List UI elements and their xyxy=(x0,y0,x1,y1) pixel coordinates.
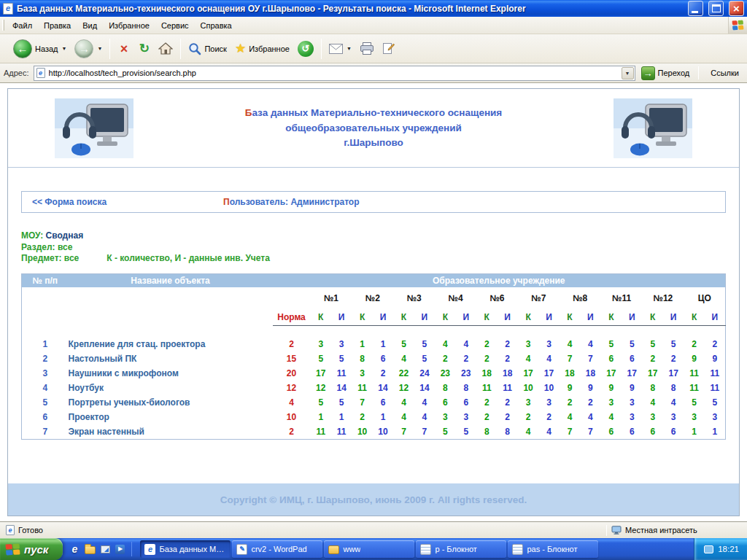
history-button[interactable]: ↺ xyxy=(294,39,317,59)
menu-bar: ФайлПравкаВидИзбранноеСервисСправка xyxy=(0,17,747,34)
address-input[interactable]: e http://localhost/tech_provision/search… xyxy=(34,66,635,81)
ie-window: e База данных Материально-технического о… xyxy=(0,0,747,560)
page-title: База данных Материально-технического осн… xyxy=(245,106,503,152)
k-value: 12 xyxy=(311,381,331,395)
print-button[interactable] xyxy=(356,40,378,57)
history-icon: ↺ xyxy=(298,41,314,57)
address-dropdown-button[interactable]: ▼ xyxy=(622,67,634,79)
back-button[interactable]: ← Назад ▼ xyxy=(9,37,70,61)
address-bar: Адрес: e http://localhost/tech_provision… xyxy=(0,63,747,83)
search-form-link[interactable]: << Форма поиска xyxy=(32,197,223,207)
back-label: Назад xyxy=(35,44,58,53)
minimize-button[interactable] xyxy=(688,1,703,16)
i-value: 6 xyxy=(456,395,476,410)
k-value: 18 xyxy=(476,366,497,381)
k-value: 5 xyxy=(643,337,663,351)
start-button[interactable]: пуск xyxy=(0,538,63,560)
start-label: пуск xyxy=(24,543,48,556)
forward-button[interactable]: → ▼ xyxy=(71,37,106,61)
results-body: 1Крепление для стац. проектора2331155442… xyxy=(22,337,726,439)
folder-icon xyxy=(328,545,339,554)
quicklaunch-ie-icon[interactable]: e xyxy=(69,543,80,555)
taskbar-task-button[interactable]: eБаза данных Ма... xyxy=(140,540,231,558)
i-value: 3 xyxy=(331,337,352,351)
i-value: 2 xyxy=(538,410,559,424)
i-value: 11 xyxy=(331,424,352,439)
mail-button[interactable]: ▼ xyxy=(325,42,355,56)
i-value: 17 xyxy=(538,366,559,381)
back-dropdown-icon[interactable]: ▼ xyxy=(62,46,67,51)
k-value: 9 xyxy=(684,351,704,366)
zone-text: Местная интрасеть xyxy=(625,526,697,534)
stop-button[interactable]: × xyxy=(114,41,133,57)
k-value: 22 xyxy=(393,366,414,381)
k-value: 3 xyxy=(518,395,538,410)
links-label[interactable]: Ссылки xyxy=(706,69,743,77)
i-value: 5 xyxy=(331,395,352,410)
table-row: 3Наушники с микрофоном201711322224232318… xyxy=(22,366,726,381)
i-value: 5 xyxy=(705,395,726,410)
i-value: 17 xyxy=(663,366,684,381)
k-header: К xyxy=(601,309,622,325)
taskbar-task-button[interactable]: p - Блокнот xyxy=(416,540,506,558)
object-name: Портреты ученых-биологов xyxy=(69,395,273,410)
school-header: ЦО xyxy=(684,287,725,309)
task-label: www xyxy=(343,545,360,553)
mail-dropdown-icon[interactable]: ▼ xyxy=(347,46,352,51)
school-header-row: №1№2№3№4№6№7№8№11№12ЦО xyxy=(22,287,726,309)
k-value: 2 xyxy=(476,351,497,366)
windows-flag-icon xyxy=(732,20,744,30)
menu-item[interactable]: Вид xyxy=(77,18,103,33)
taskbar: пуск e ▶ eБаза данных Ма...✎crv2 - WordP… xyxy=(0,538,747,560)
quicklaunch-media-icon[interactable]: ▶ xyxy=(115,545,125,554)
taskbar-task-button[interactable]: pas - Блокнот xyxy=(508,540,598,558)
razdel-line: Раздел: все xyxy=(21,242,726,254)
maximize-button[interactable] xyxy=(708,1,724,16)
quicklaunch-folder-icon[interactable] xyxy=(85,546,96,554)
i-value: 6 xyxy=(373,395,393,410)
i-value: 3 xyxy=(663,410,684,424)
menu-item[interactable]: Файл xyxy=(7,18,38,33)
search-button[interactable]: Поиск xyxy=(185,40,230,58)
k-value: 2 xyxy=(518,410,538,424)
menu-item[interactable]: Правка xyxy=(38,18,77,33)
close-button[interactable]: × xyxy=(729,1,744,16)
page-footer: Copyright © ИМЦ, г. Шарыпово, июнь 2009 … xyxy=(8,483,739,516)
school-header: №3 xyxy=(393,287,435,309)
menu-grip xyxy=(2,20,4,31)
k-value: 6 xyxy=(601,351,622,366)
taskbar-task-button[interactable]: www xyxy=(324,540,414,558)
quicklaunch-show-desktop-icon[interactable] xyxy=(101,545,110,553)
object-name: Крепление для стац. проектора xyxy=(69,337,273,351)
i-value: 1 xyxy=(705,424,726,439)
menu-item[interactable]: Справка xyxy=(195,18,238,33)
title-first-letter: Б xyxy=(245,107,252,118)
i-value: 2 xyxy=(497,395,517,410)
search-form-bar: << Форма поиска Пользователь: Администра… xyxy=(21,191,726,213)
norma-value: 12 xyxy=(273,381,311,395)
address-url[interactable]: http://localhost/tech_provision/search.p… xyxy=(49,69,618,77)
i-header: И xyxy=(663,309,684,325)
table-row: 2Настольный ПК1555864522224477662299 xyxy=(22,351,726,366)
menu-item[interactable]: Избранное xyxy=(103,18,155,33)
forward-dropdown-icon[interactable]: ▼ xyxy=(97,46,102,51)
home-button[interactable] xyxy=(155,40,177,57)
k-header: К xyxy=(435,309,455,325)
user-name-text: ользователь: Администратор xyxy=(230,197,360,207)
k-value: 2 xyxy=(560,395,580,410)
taskbar-task-button[interactable]: ✎crv2 - WordPad xyxy=(232,540,322,558)
filter-info: МОУ: Сводная Раздел: все Предмет: всеК -… xyxy=(21,230,726,265)
k-value: 11 xyxy=(684,381,704,395)
edit-button[interactable] xyxy=(379,40,398,57)
refresh-button[interactable]: ↻ xyxy=(134,41,154,57)
k-value: 3 xyxy=(311,337,331,351)
network-tray-icon[interactable] xyxy=(704,545,713,553)
menu-item[interactable]: Сервис xyxy=(155,18,195,33)
k-value: 11 xyxy=(352,381,372,395)
norma-value: 4 xyxy=(273,395,311,410)
go-button[interactable]: → Переход xyxy=(640,66,692,80)
favorites-button[interactable]: ★ Избранное xyxy=(231,41,293,57)
k-value: 8 xyxy=(352,351,372,366)
i-header: И xyxy=(705,309,726,325)
quick-launch: e ▶ xyxy=(63,538,139,560)
